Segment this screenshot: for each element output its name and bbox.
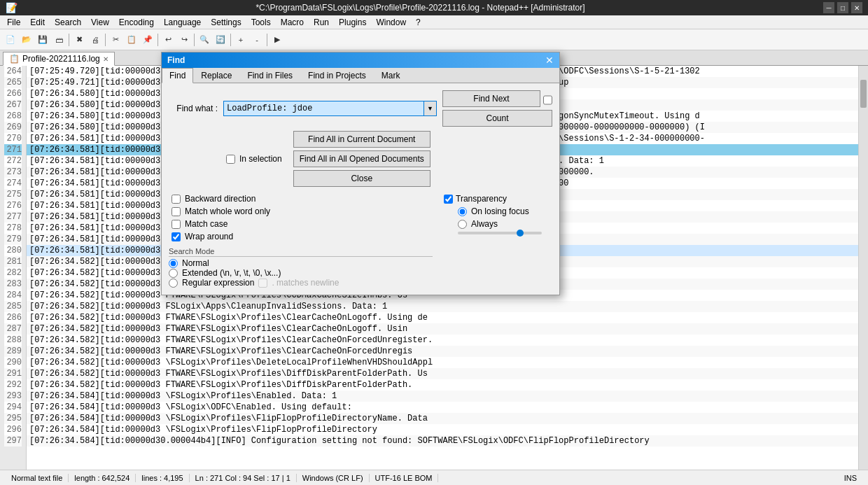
window-controls: ─ □ ✕ — [823, 2, 862, 13]
menu-macro[interactable]: Macro — [276, 17, 308, 28]
find-right-options: Transparency On losing focus Always — [444, 194, 552, 288]
status-length: length : 642,524 — [69, 474, 136, 482]
always-label: Always — [471, 219, 498, 229]
find-all-opened-button[interactable]: Find All in All Opened Documents — [293, 150, 430, 167]
menu-file[interactable]: File — [3, 17, 24, 28]
match-case-label: Match case — [185, 219, 227, 229]
find-what-label: Find what : — [169, 104, 218, 113]
find-next-row: Find Next — [442, 90, 552, 107]
find-dialog-close-button[interactable]: ✕ — [545, 55, 554, 65]
matches-newline-checkbox[interactable] — [258, 279, 267, 288]
undo-button[interactable]: ↩ — [160, 32, 176, 48]
toolbar-sep-2 — [105, 34, 106, 46]
new-button[interactable]: 📄 — [3, 32, 18, 48]
maximize-button[interactable]: □ — [837, 2, 848, 13]
editor-line: [07:26:34.584][tid:00000d30.000044b4][IN… — [27, 435, 858, 447]
wrap-around-checkbox[interactable] — [172, 232, 181, 241]
backward-direction-label: Backward direction — [185, 194, 255, 204]
menu-settings[interactable]: Settings — [206, 17, 245, 28]
search-mode-regex-radio[interactable] — [169, 279, 178, 288]
match-whole-word-checkbox[interactable] — [172, 207, 181, 216]
redo-button[interactable]: ↪ — [176, 32, 192, 48]
on-losing-focus-radio[interactable] — [458, 207, 467, 216]
menu-help[interactable]: ? — [412, 17, 425, 28]
search-mode-regex-label: Regular expression — [182, 278, 254, 288]
transparency-slider-track[interactable] — [458, 232, 542, 234]
scrollbar-thumb[interactable] — [860, 80, 867, 108]
vertical-scrollbar[interactable] — [858, 66, 868, 470]
menu-tools[interactable]: Tools — [247, 17, 275, 28]
find-all-current-button[interactable]: Find All in Current Document — [293, 131, 430, 148]
find-next-checkbox[interactable] — [543, 93, 552, 107]
status-encoding: UTF-16 LE BOM — [370, 474, 439, 482]
menu-window[interactable]: Window — [372, 17, 410, 28]
match-case-row: Match case — [169, 219, 433, 229]
transparency-slider-thumb[interactable] — [517, 230, 524, 237]
editor-line: [07:26:34.582][tid:00000d3 FTWARE\FSLogi… — [27, 379, 858, 391]
search-mode-normal-radio[interactable] — [169, 259, 178, 268]
menu-search[interactable]: Search — [50, 17, 85, 28]
print-button[interactable]: 🖨 — [88, 32, 103, 48]
close-button[interactable]: Close — [293, 170, 430, 187]
close-doc-button[interactable]: ✖ — [71, 32, 87, 48]
menu-view[interactable]: View — [87, 17, 113, 28]
run-button[interactable]: ▶ — [270, 32, 285, 48]
status-line-ending: Windows (CR LF) — [297, 474, 370, 482]
minimize-button[interactable]: ─ — [823, 2, 834, 13]
in-selection-checkbox[interactable] — [226, 155, 235, 164]
backward-direction-checkbox[interactable] — [172, 195, 181, 204]
find-dialog-title-text: Find — [167, 55, 185, 65]
copy-button[interactable]: 📋 — [124, 32, 139, 48]
backward-direction-row: Backward direction — [169, 194, 433, 204]
find-tab-find-in-projects[interactable]: Find in Projects — [300, 68, 374, 83]
paste-button[interactable]: 📌 — [140, 32, 155, 48]
editor-line: [07:26:34.582][tid:00000d3 FTWARE\FSLogi… — [27, 312, 858, 323]
menu-plugins[interactable]: Plugins — [335, 17, 370, 28]
status-position: Ln : 271 Col : 94 Sel : 17 | 1 — [190, 474, 297, 482]
tab-close-button[interactable]: ✕ — [103, 55, 108, 63]
menu-bar: File Edit Search View Encoding Language … — [0, 15, 868, 29]
menu-run[interactable]: Run — [309, 17, 333, 28]
search-mode-extended-row: Extended (\n, \r, \t, \0, \x...) — [169, 268, 433, 278]
transparency-checkbox[interactable] — [444, 195, 453, 204]
title-bar: 📝 *C:\ProgramData\FSLogix\Logs\Profile\P… — [0, 0, 868, 15]
cut-button[interactable]: ✂ — [108, 32, 123, 48]
save-button[interactable]: 💾 — [35, 32, 50, 48]
find-body: Find what : ▼ Find Next Count In selecti… — [162, 83, 559, 295]
on-losing-focus-label: On losing focus — [471, 206, 529, 216]
save-all-button[interactable]: 🗃 — [51, 32, 66, 48]
find-tab-mark[interactable]: Mark — [374, 68, 408, 83]
find-tab-find[interactable]: Find — [162, 68, 193, 83]
find-tab-replace[interactable]: Replace — [193, 68, 239, 83]
find-next-button[interactable]: Find Next — [442, 90, 540, 107]
menu-edit[interactable]: Edit — [26, 17, 49, 28]
find-button[interactable]: 🔍 — [197, 32, 212, 48]
find-what-input[interactable] — [223, 101, 424, 116]
count-button[interactable]: Count — [442, 110, 552, 127]
menu-language[interactable]: Language — [160, 17, 205, 28]
find-options: Backward direction Match whole word only… — [169, 194, 552, 288]
tab-label: Profile-20221116.log — [22, 54, 100, 64]
search-mode-extended-radio[interactable] — [169, 269, 178, 278]
status-bar: Normal text file length : 642,524 lines … — [0, 470, 868, 485]
search-mode-section: Search Mode Normal Extended (\n, \r, \t,… — [169, 247, 433, 288]
editor-line: [07:26:34.582][tid:00000d3 FSLogix\Apps\… — [27, 301, 858, 312]
menu-encoding[interactable]: Encoding — [115, 17, 158, 28]
zoom-in-button[interactable]: + — [233, 32, 248, 48]
editor-line: [07:26:34.584][tid:00000d3 \FSLogix\Prof… — [27, 391, 858, 402]
match-case-checkbox[interactable] — [172, 220, 181, 229]
find-what-dropdown[interactable]: ▼ — [424, 101, 437, 116]
always-radio[interactable] — [458, 220, 467, 229]
editor-line: [07:26:34.582][tid:00000d3 FTWARE\FSLogi… — [27, 368, 858, 379]
more-buttons: Find All in Current Document Find All in… — [293, 131, 430, 187]
window-title: *C:\ProgramData\FSLogix\Logs\Profile\Pro… — [18, 3, 823, 13]
replace-button[interactable]: 🔄 — [213, 32, 228, 48]
match-whole-word-label: Match whole word only — [185, 206, 270, 216]
status-file-type: Normal text file — [6, 474, 69, 482]
matches-newline-label: . matches newline — [272, 278, 339, 288]
find-tab-find-in-files[interactable]: Find in Files — [239, 68, 300, 83]
tab-profile-log[interactable]: 📋 Profile-20221116.log ✕ — [3, 52, 115, 66]
close-button[interactable]: ✕ — [851, 2, 862, 13]
zoom-out-button[interactable]: - — [249, 32, 265, 48]
open-button[interactable]: 📂 — [19, 32, 34, 48]
